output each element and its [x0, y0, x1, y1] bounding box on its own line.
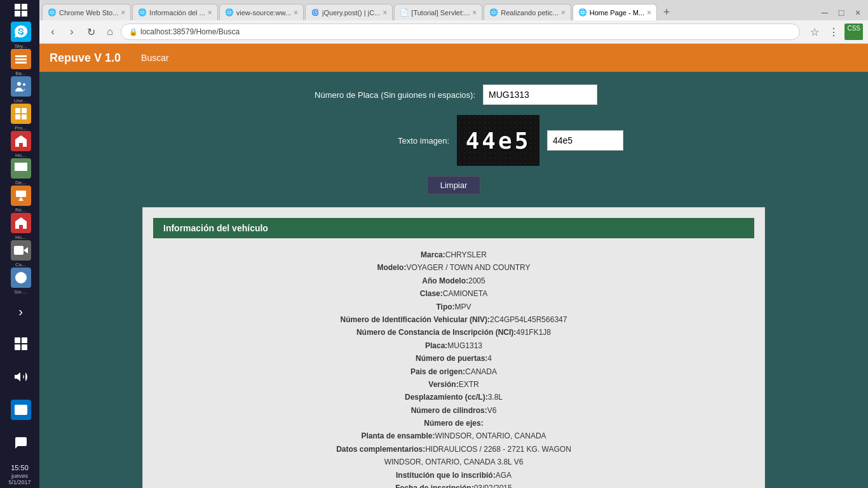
tab-tutorial[interactable]: 📄 [Tutorial] Servlet:... × [394, 4, 482, 20]
taskbar-bottom: › 15:50 jueves 5/1/2017 [0, 295, 39, 488]
tab-label-7: Home Page - M... [590, 9, 644, 17]
reload-button[interactable]: ↻ [83, 24, 99, 40]
tab-favicon-2: 🌐 [138, 8, 147, 17]
tab-close-7[interactable]: × [647, 8, 651, 17]
field-datos: Datos complementarios:HIDRAULICOS / 2268… [153, 443, 754, 456]
svg-rect-12 [22, 114, 27, 119]
svg-rect-1 [22, 4, 27, 10]
field-pais: Pais de origen:CANADA [153, 365, 754, 378]
forward-button[interactable]: › [64, 24, 80, 40]
address-bar[interactable]: 🔒 localhost:38579/Home/Busca [121, 24, 800, 40]
taskbar-remote[interactable]: Re... [0, 186, 39, 213]
field-version: Versión:EXTR [153, 378, 754, 391]
vehicle-data: Marca:CHRYSLER Modelo:VOYAGER / TOWN AND… [153, 248, 754, 488]
captcha-label: Texto imagen: [284, 136, 449, 146]
svg-rect-13 [15, 163, 27, 171]
back-button[interactable]: ‹ [44, 24, 61, 40]
field-niv: Número de Identificación Vehicular (NIV)… [153, 313, 754, 326]
tab-close-3[interactable]: × [294, 8, 298, 17]
bookmark-button[interactable]: ☆ [806, 24, 823, 40]
search-form: Número de Placa (Sin guiones ni espacios… [65, 85, 843, 194]
taskbar-bands[interactable]: Ba... [0, 49, 39, 76]
maximize-button[interactable]: □ [834, 5, 849, 20]
taskbar-skype[interactable]: Sky... [0, 22, 39, 49]
browser-chrome: 🌐 Chrome Web Sto... × 🌐 Información del … [39, 0, 868, 44]
tab-close-4[interactable]: × [383, 8, 387, 17]
browser-controls: ‹ › ↻ ⌂ 🔒 localhost:38579/Home/Busca ☆ ⋮… [39, 20, 868, 43]
field-nci: Número de Constancia de Inscripción (NCI… [153, 326, 754, 339]
tab-label-2: Información del ... [149, 9, 205, 17]
svg-rect-0 [15, 4, 20, 10]
tab-label-4: jQuery.post() | jC... [322, 9, 380, 17]
taskbar-expand[interactable]: › [0, 295, 39, 328]
taskbar-sin[interactable]: Sin ... [0, 268, 39, 295]
new-tab-button[interactable]: + [658, 4, 675, 20]
close-button[interactable]: × [850, 5, 865, 20]
tab-informacion[interactable]: 🌐 Información del ... × [132, 4, 217, 20]
svg-point-15 [15, 272, 27, 283]
taskbar-home[interactable]: Ho... [0, 131, 39, 158]
tab-favicon-4: 🌀 [311, 8, 320, 17]
placa-row: Número de Placa (Sin guiones ni espacios… [310, 85, 597, 105]
taskbar-camera[interactable]: Ca... [0, 240, 39, 268]
tab-label-3: view-source:ww... [236, 9, 291, 17]
field-cilindros: Número de cilindros:V6 [153, 404, 754, 417]
svg-rect-11 [15, 114, 20, 119]
tab-view-source[interactable]: 🌐 view-source:ww... × [219, 4, 304, 20]
tab-close-5[interactable]: × [472, 8, 477, 17]
vehicle-info-container: Información del vehículo Marca:CHRYSLER … [142, 207, 765, 488]
browser-menu: ☆ ⋮ CSS [806, 24, 863, 40]
tab-home-page[interactable]: 🌐 Home Page - M... × [573, 4, 657, 20]
tab-label-1: Chrome Web Sto... [59, 9, 118, 17]
captcha-row: Texto imagen: 44e5 [284, 115, 623, 166]
clear-button[interactable]: Limpiar [427, 176, 481, 194]
tab-realizando[interactable]: 🌐 Realizando petic... × [484, 4, 571, 20]
tab-favicon-7: 🌐 [578, 8, 587, 17]
tab-close-2[interactable]: × [208, 8, 212, 17]
taskbar-home2[interactable]: Ho... [0, 213, 39, 240]
app-title: Repuve V 1.0 [50, 51, 121, 65]
windows-start[interactable] [0, 0, 39, 22]
menu-button[interactable]: ⋮ [825, 24, 842, 40]
svg-rect-18 [15, 344, 20, 350]
svg-rect-9 [15, 108, 20, 113]
svg-rect-17 [22, 337, 27, 343]
svg-rect-16 [15, 337, 20, 343]
svg-point-8 [23, 83, 25, 86]
address-text: localhost:38579/Home/Busca [140, 27, 240, 36]
tab-label-5: [Tutorial] Servlet:... [411, 9, 470, 17]
lock-icon: 🔒 [129, 28, 138, 36]
taskbar-program[interactable]: Pro... [0, 104, 39, 131]
buscar-nav-button[interactable]: Buscar [136, 50, 174, 65]
tab-close-6[interactable]: × [561, 8, 566, 17]
svg-rect-4 [15, 55, 27, 57]
field-institucion: Institución que lo inscribió:AGA [153, 469, 754, 482]
field-ejes: Número de ejes: [153, 417, 754, 430]
taskbar-users[interactable]: Use... [0, 76, 39, 104]
tab-jquery[interactable]: 🌀 jQuery.post() | jC... × [305, 4, 393, 20]
captcha-image: 44e5 [457, 115, 539, 166]
svg-rect-19 [22, 344, 27, 350]
taskbar-windows-store[interactable] [0, 328, 39, 361]
svg-rect-6 [15, 62, 27, 64]
clock-day: jueves [11, 473, 28, 479]
tab-close-1[interactable]: × [121, 8, 125, 17]
svg-rect-5 [15, 58, 27, 60]
captcha-input[interactable] [547, 130, 623, 151]
placa-input[interactable] [483, 85, 597, 105]
extension-badge[interactable]: CSS [844, 24, 863, 40]
field-clase: Clase:CAMIONETA [153, 287, 754, 300]
field-marca: Marca:CHRYSLER [153, 248, 754, 261]
placa-label: Número de Placa (Sin guiones ni espacios… [310, 90, 475, 100]
taskbar-outlook[interactable] [0, 394, 39, 427]
taskbar-chat[interactable] [0, 427, 39, 460]
minimize-button[interactable]: ─ [817, 5, 832, 20]
taskbar-desktop[interactable]: De... [0, 158, 39, 186]
tab-label-6: Realizando petic... [501, 9, 559, 17]
tab-chrome-web-store[interactable]: 🌐 Chrome Web Sto... × [42, 4, 131, 20]
svg-rect-2 [15, 11, 20, 17]
taskbar-volume[interactable] [0, 361, 39, 394]
home-button[interactable]: ⌂ [102, 24, 118, 40]
field-fecha-inscripcion: Fecha de inscripción:03/02/2015 [153, 482, 754, 488]
field-planta: Planta de ensamble:WINDSOR, ONTARIO, CAN… [153, 430, 754, 442]
